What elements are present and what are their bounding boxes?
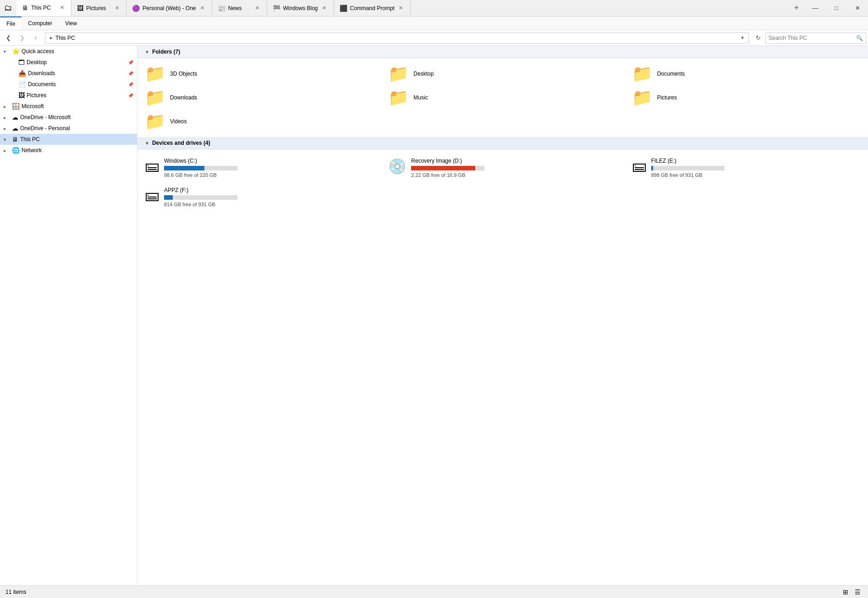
drive-progress-fill-appz-f: [164, 195, 173, 200]
sidebar-pin-documents: 📌: [128, 82, 133, 87]
tab-close-windows-blog[interactable]: ✕: [321, 5, 328, 12]
folder-label-3d-objects: 3D Objects: [170, 71, 197, 77]
tab-icon-cmd: ⬛: [340, 5, 347, 12]
tab-close-onenote[interactable]: ✕: [199, 5, 206, 12]
folder-item-downloads[interactable]: 📁Downloads: [137, 86, 381, 110]
sidebar-icon-network: 🌐: [12, 147, 20, 154]
refresh-button[interactable]: ↻: [752, 32, 764, 44]
sidebar-item-pictures[interactable]: 🖼Pictures📌: [0, 90, 137, 101]
tab-windows-blog[interactable]: 🏁Windows Blog✕: [267, 0, 334, 16]
tab-close-news[interactable]: ✕: [254, 5, 261, 12]
search-input[interactable]: [769, 35, 854, 41]
address-dropdown-icon: ▼: [740, 35, 745, 40]
sidebar-pin-downloads: 📌: [128, 71, 133, 76]
tab-close-this-pc[interactable]: ✕: [58, 4, 66, 11]
folder-label-desktop: Desktop: [413, 71, 434, 77]
tab-cmd[interactable]: ⬛Command Prompt✕: [334, 0, 411, 16]
tab-close-cmd[interactable]: ✕: [397, 5, 405, 12]
window-controls: — □ ✕: [805, 0, 868, 16]
folders-section-title: Folders (7): [152, 49, 180, 55]
sidebar-item-downloads[interactable]: 📥Downloads📌: [0, 68, 137, 79]
app-icon: 🗂: [0, 0, 16, 16]
sidebar-arrow-this-pc: ▾: [4, 137, 10, 142]
drive-progress-bg-filez-e: [651, 166, 725, 170]
folder-icon-pictures: 📁: [632, 89, 653, 106]
sidebar-item-quick-access[interactable]: ▾⭐Quick access: [0, 46, 137, 57]
folder-item-documents[interactable]: 📁Documents: [625, 62, 868, 86]
drive-item-recovery-d[interactable]: 💿Recovery Image (D:)2.22 GB free of 16.9…: [381, 153, 624, 182]
drive-name-filez-e: FILEZ (E:): [651, 158, 725, 164]
sidebar-icon-downloads: 📥: [18, 70, 26, 77]
folder-label-documents: Documents: [657, 71, 685, 77]
drives-section-title: Devices and drives (4): [152, 140, 210, 146]
folder-item-videos[interactable]: 📁Videos: [137, 110, 381, 133]
folder-icon-music: 📁: [388, 89, 409, 106]
drive-info-windows-c: Windows (C:)98.6 GB free of 220 GB: [164, 158, 237, 178]
content-area: ▼ Folders (7) 📁3D Objects📁Desktop📁Docume…: [137, 46, 868, 585]
folder-item-pictures[interactable]: 📁Pictures: [625, 86, 868, 110]
list-view-button[interactable]: ☰: [852, 587, 863, 597]
drive-progress-bg-appz-f: [164, 195, 237, 200]
tab-onenote[interactable]: 🟣Personal (Web) - One✕: [126, 0, 212, 16]
drives-section-header[interactable]: ▼ Devices and drives (4): [137, 137, 868, 149]
sidebar-arrow-quick-access: ▾: [4, 49, 10, 54]
tab-bar: 🖥This PC✕🖼Pictures✕🟣Personal (Web) - One…: [16, 0, 788, 16]
tab-icon-pictures: 🖼: [77, 5, 83, 12]
sidebar-item-onedrive-microsoft[interactable]: ▸☁OneDrive - Microsoft: [0, 112, 137, 123]
sidebar-item-network[interactable]: ▸🌐Network: [0, 145, 137, 156]
ribbon-tab-file[interactable]: File: [0, 16, 22, 30]
drive-space-recovery-d: 2.22 GB free of 16.9 GB: [411, 172, 484, 178]
tab-this-pc[interactable]: 🖥This PC✕: [16, 0, 71, 16]
sidebar-item-desktop[interactable]: 🗔Desktop📌: [0, 57, 137, 68]
sidebar-item-this-pc[interactable]: ▾🖥This PC: [0, 134, 137, 145]
folder-item-music[interactable]: 📁Music: [381, 86, 624, 110]
sidebar-icon-this-pc: 🖥: [12, 136, 18, 143]
sidebar-item-documents[interactable]: 📄Documents📌: [0, 79, 137, 90]
minimize-button[interactable]: —: [805, 0, 826, 16]
sidebar: ▾⭐Quick access🗔Desktop📌📥Downloads📌📄Docum…: [0, 46, 137, 585]
search-bar[interactable]: 🔍: [765, 33, 866, 44]
tab-icon-onenote: 🟣: [132, 5, 140, 12]
maximize-button[interactable]: □: [826, 0, 847, 16]
sidebar-icon-documents: 📄: [18, 81, 26, 88]
tab-close-pictures[interactable]: ✕: [113, 5, 121, 12]
up-button[interactable]: ↑: [29, 32, 42, 44]
ribbon-tab-view[interactable]: View: [59, 16, 83, 30]
drive-item-windows-c[interactable]: 🖴Windows (C:)98.6 GB free of 220 GB: [137, 153, 381, 182]
ribbon-tab-computer[interactable]: Computer: [22, 16, 59, 30]
address-bar[interactable]: ► This PC ▼: [45, 33, 749, 44]
folder-icon-documents: 📁: [632, 66, 653, 82]
drive-name-windows-c: Windows (C:): [164, 158, 237, 164]
sidebar-label-this-pc: This PC: [20, 136, 133, 143]
close-button[interactable]: ✕: [847, 0, 868, 16]
sidebar-label-pictures: Pictures: [27, 92, 126, 99]
sidebar-icon-onedrive-microsoft: ☁: [12, 114, 18, 121]
sidebar-icon-onedrive-personal: ☁: [12, 125, 18, 132]
drive-info-recovery-d: Recovery Image (D:)2.22 GB free of 16.9 …: [411, 158, 484, 178]
tab-label-pictures: Pictures: [86, 5, 110, 11]
tab-icon-windows-blog: 🏁: [273, 5, 280, 12]
drive-icon-recovery-d: 💿: [388, 158, 407, 175]
drive-progress-fill-filez-e: [651, 166, 654, 170]
drive-item-filez-e[interactable]: 🖴FILEZ (E:)898 GB free of 931 GB: [625, 153, 868, 182]
sidebar-label-network: Network: [22, 147, 133, 154]
folders-section-header[interactable]: ▼ Folders (7): [137, 46, 868, 58]
forward-button[interactable]: ❯: [16, 32, 28, 44]
drives-grid: 🖴Windows (C:)98.6 GB free of 220 GB💿Reco…: [137, 149, 868, 215]
sidebar-item-microsoft[interactable]: ▸🪟Microsoft: [0, 101, 137, 112]
new-tab-button[interactable]: +: [788, 0, 805, 16]
sidebar-item-onedrive-personal[interactable]: ▸☁OneDrive - Personal: [0, 123, 137, 134]
folder-item-3d-objects[interactable]: 📁3D Objects: [137, 62, 381, 86]
drive-item-appz-f[interactable]: 🖴APPZ (F:)814 GB free of 931 GB: [137, 182, 381, 212]
folder-item-desktop[interactable]: 📁Desktop: [381, 62, 624, 86]
sidebar-pin-desktop: 📌: [128, 60, 133, 65]
sidebar-icon-desktop: 🗔: [18, 59, 25, 66]
tab-news[interactable]: 📰News✕: [212, 0, 267, 16]
back-button[interactable]: ❮: [2, 32, 15, 44]
grid-view-button[interactable]: ⊞: [841, 587, 851, 597]
tab-label-onenote: Personal (Web) - One: [143, 5, 196, 11]
sidebar-arrow-network: ▸: [4, 148, 10, 153]
search-icon: 🔍: [856, 35, 863, 41]
tab-pictures[interactable]: 🖼Pictures✕: [71, 0, 126, 16]
address-text: This PC: [55, 35, 75, 41]
